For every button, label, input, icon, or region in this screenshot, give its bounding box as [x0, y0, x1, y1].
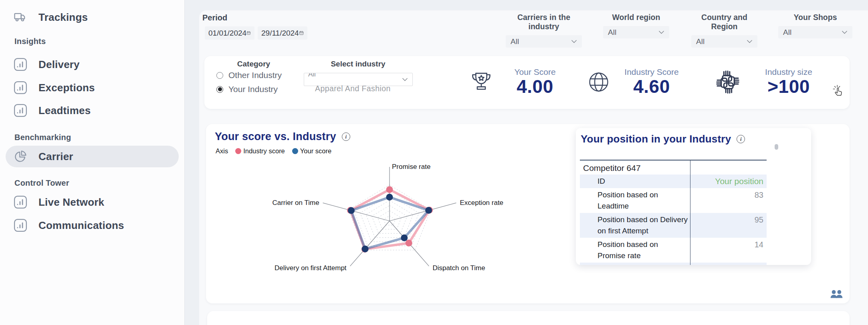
radio-your-industry[interactable]: Your Industry [216, 84, 278, 94]
sidebar-item-delivery[interactable]: Delivery [0, 54, 176, 75]
chevron-down-icon [402, 78, 408, 81]
sidebar-item-label: Leadtimes [38, 104, 91, 117]
sidebar-item-carrier[interactable]: Carrier [0, 146, 176, 167]
sidebar-item-label: Live Network [38, 196, 104, 209]
carriers-dropdown[interactable]: All [506, 35, 582, 48]
dropdown-value: All [608, 28, 616, 37]
sidebar-item-communications[interactable]: Communications [0, 215, 176, 236]
truck-icon [14, 10, 27, 24]
pie-chart-icon [14, 150, 27, 163]
sidebar-item-label: Delivery [38, 58, 80, 71]
industry-size-group: Industry size >100 [714, 67, 829, 97]
period-label: Period [202, 13, 227, 22]
chevron-down-icon [747, 40, 753, 43]
radio-circle-icon [216, 72, 223, 79]
filter-your-shops: Your Shops All [778, 13, 852, 38]
category-label: Category [228, 60, 280, 68]
filter-carriers: Carriers in the industry All [506, 13, 582, 48]
your-shops-dropdown[interactable]: All [778, 26, 852, 38]
industry-size-label: Industry size [765, 67, 812, 77]
table-row: Competitor 647 [580, 160, 767, 175]
sidebar-section-insights: Insights [14, 37, 46, 46]
your-score-value: 4.00 [517, 77, 553, 97]
radio-other-industry[interactable]: Other Industry [216, 70, 282, 80]
world-region-dropdown[interactable]: All [603, 26, 669, 38]
sidebar-section-control-tower: Control Tower [14, 179, 69, 188]
dropdown-value: All [783, 28, 791, 37]
period-end-input[interactable]: 29/11/2024 [258, 26, 307, 40]
your-score-group: Your Score 4.00 [469, 67, 569, 97]
bar-chart-icon [14, 219, 27, 232]
position-table: Competitor 647 ID Your position Position… [580, 160, 767, 265]
filter-label: World region [603, 13, 669, 22]
radar-axis-label: Promise rate [392, 163, 430, 171]
next-section-card [207, 311, 850, 325]
radio-selected-icon [216, 86, 223, 93]
country-region-dropdown[interactable]: All [691, 35, 757, 48]
sidebar-item-trackings[interactable]: Trackings [0, 6, 176, 28]
table-row: ID Your position [580, 175, 767, 188]
cell-value [690, 160, 767, 175]
info-icon[interactable]: i [737, 135, 745, 143]
cell-value: 97 [690, 263, 767, 265]
row-label: Position based on Delivery on first Atte… [580, 213, 690, 238]
sidebar-item-label: Communications [38, 219, 124, 232]
globe-icon [587, 70, 610, 94]
row-label: ID [580, 175, 690, 188]
cell-value: 95 [690, 213, 767, 238]
radar-axis-label: Carrier on Time [272, 199, 319, 207]
row-label: Position based on Leadtime [580, 188, 690, 213]
your-position-badge: Your position [690, 175, 767, 188]
info-icon[interactable]: i [342, 132, 350, 141]
table-row: Position based on Carrier on Time 97 [580, 263, 767, 265]
sidebar-item-label: Exceptions [38, 82, 95, 94]
sidebar-item-exceptions[interactable]: Exceptions [0, 77, 176, 98]
dropdown-value: All [511, 37, 519, 46]
radar-card-title: Your score vs. Industry [215, 130, 336, 143]
radar-axis-label: Dispatch on Time [432, 264, 485, 272]
position-card: Your position in your Industry i Competi… [576, 128, 811, 265]
select-industry-label: Select industry [303, 60, 413, 68]
bar-chart-icon [14, 81, 27, 94]
content-panel: Period 01/01/2024 29/11/2024 Carriers in… [199, 10, 868, 325]
industry-score-label: Industry Score [624, 67, 678, 77]
filter-label: Country and Region [691, 13, 757, 31]
table-row: Position based on Promise rate 14 [580, 238, 767, 263]
sidebar-section-benchmarking: Benchmarking [14, 133, 71, 142]
chevron-down-icon [842, 30, 848, 34]
chevron-down-icon [571, 40, 577, 43]
industry-option-apparel[interactable]: Apparel And Fashion [315, 84, 391, 93]
period-start-value: 01/01/2024 [208, 29, 246, 38]
hands-icon [714, 68, 741, 96]
radar-axis-label: Delivery on first Attempt [275, 264, 347, 272]
your-score-label: Your Score [514, 67, 555, 77]
industry-score-value: 4.60 [633, 77, 670, 97]
table-row: Position based on Delivery on first Atte… [580, 213, 767, 238]
main-area: Period 01/01/2024 29/11/2024 Carriers in… [185, 0, 868, 325]
sidebar: Trackings Insights Delivery Exceptions L… [0, 0, 185, 325]
period-start-input[interactable]: 01/01/2024 [205, 26, 254, 40]
cell-value: 83 [690, 188, 767, 213]
trophy-icon [469, 69, 494, 95]
people-icon[interactable] [830, 289, 844, 299]
filter-world-region: World region All [603, 13, 669, 38]
industry-size-value: >100 [767, 77, 810, 97]
bar-chart-icon [14, 58, 27, 71]
radio-label: Other Industry [228, 70, 282, 80]
scrollbar-thumb[interactable] [775, 144, 778, 150]
calendar-icon [299, 29, 304, 37]
row-label: Position based on Carrier on Time [580, 263, 690, 265]
table-row: Position based on Leadtime 83 [580, 188, 767, 213]
radio-label: Your Industry [228, 84, 278, 94]
competitor-group-label: Competitor 647 [580, 160, 690, 175]
sidebar-item-label: Carrier [38, 150, 73, 163]
cursor-icon [833, 85, 845, 98]
sidebar-item-live-network[interactable]: Live Network [0, 191, 176, 213]
period-end-value: 29/11/2024 [261, 29, 299, 38]
score-summary-card: Category Other Industry Your Industry Se… [204, 56, 850, 109]
sidebar-item-label: Trackings [38, 11, 88, 24]
filter-label: Your Shops [778, 13, 852, 22]
industry-score-group: Industry Score 4.60 [587, 67, 686, 97]
sidebar-item-leadtimes[interactable]: Leadtimes [0, 100, 176, 121]
bar-chart-icon [14, 195, 27, 209]
